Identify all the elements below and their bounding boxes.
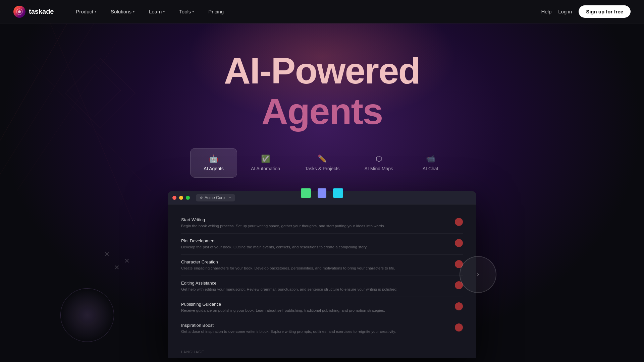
x-decoration: ✕ [124,257,130,265]
logo-text: taskade [29,8,54,15]
nav-tools[interactable]: Tools ▾ [174,6,200,17]
table-row: Publishing Guidance Receive guidance on … [181,297,463,318]
window-content: Start Writing Begin the book writing pro… [168,204,476,347]
table-row: Start Writing Begin the book writing pro… [181,213,463,234]
ai-mind-maps-icon: ⬡ [376,155,382,163]
hero-title: AI-Powered Agents [224,50,420,131]
window-footer: Language [168,347,476,358]
nav-right: Help Log in Sign up for free [541,5,631,18]
add-tab-icon[interactable]: + [229,195,231,200]
chevron-down-icon: ▾ [192,9,194,14]
ai-agents-icon: 🤖 [209,155,218,163]
tab-ai-automation[interactable]: ✅ AI Automation [240,148,291,178]
nav-login[interactable]: Log in [558,9,572,14]
logo-icon [13,6,25,18]
table-row: Editing Assistance Get help with editing… [181,276,463,297]
navbar: taskade Product ▾ Solutions ▾ Learn ▾ To… [0,0,644,23]
chevron-down-icon: ▾ [163,9,165,14]
task-action-icon[interactable] [455,323,463,331]
tab-ai-chat[interactable]: 📹 AI Chat [407,148,454,178]
bar-purple [318,188,326,198]
svg-line-5 [50,23,134,225]
window-minimize-dot [179,196,183,200]
tab-ai-mind-maps[interactable]: ⬡ AI Mind Maps [354,148,405,178]
tab-icon: ⊙ [200,196,203,199]
tasks-projects-icon: ✏️ [318,155,327,163]
svg-line-2 [0,23,67,141]
circle-decoration [60,288,114,342]
feature-tabs: 🤖 AI Agents ✅ AI Automation ✏️ Tasks & P… [190,148,454,178]
task-action-icon[interactable] [455,239,463,247]
bg-lines-decoration [0,23,168,258]
signup-button[interactable]: Sign up for free [579,5,631,18]
hero-title-line2: Agents [224,91,420,131]
chevron-down-icon: ▾ [95,9,97,14]
table-row: Character Creation Create engaging chara… [181,255,463,276]
svg-line-4 [17,40,117,191]
task-action-icon[interactable] [455,218,463,226]
window-maximize-dot [186,196,190,200]
nav-product[interactable]: Product ▾ [71,6,102,17]
nav-arrow-right[interactable]: › [460,256,496,293]
window-tab[interactable]: ⊙ Acme Corp + [196,194,235,201]
logo[interactable]: taskade [13,6,54,18]
hero-title-line1: AI-Powered [224,50,420,91]
chevron-down-icon: ▾ [133,9,135,14]
nav-links: Product ▾ Solutions ▾ Learn ▾ Tools ▾ Pr… [71,6,541,17]
task-action-icon[interactable] [455,302,463,310]
svg-line-3 [0,23,94,174]
tab-ai-agents[interactable]: 🤖 AI Agents [190,148,237,178]
svg-marker-8 [65,58,135,128]
table-row: Inspiration Boost Get a dose of inspirat… [181,318,463,339]
table-row: Plot Development Develop the plot of you… [181,234,463,255]
ai-chat-icon: 📹 [426,155,435,163]
nav-help[interactable]: Help [541,9,551,14]
app-window-wrapper: ⊙ Acme Corp + Start Writing Begin the bo… [168,191,476,358]
x-decoration: ✕ [114,263,120,272]
x-decoration: ✕ [104,250,110,258]
nav-solutions[interactable]: Solutions ▾ [105,6,140,17]
svg-line-6 [27,57,151,191]
color-bars [301,188,343,198]
bar-green [301,188,311,198]
bar-cyan [333,188,343,198]
tab-tasks-projects[interactable]: ✏️ Tasks & Projects [294,148,351,178]
window-close-dot [172,196,176,200]
nav-learn[interactable]: Learn ▾ [144,6,170,17]
ai-automation-icon: ✅ [261,155,270,163]
hero-section: ✕ ✕ ✕ AI-Powered Agents 🤖 AI Agents ✅ AI… [0,23,644,362]
svg-point-1 [18,10,21,13]
app-window: ⊙ Acme Corp + Start Writing Begin the bo… [168,191,476,358]
nav-pricing[interactable]: Pricing [203,6,229,17]
